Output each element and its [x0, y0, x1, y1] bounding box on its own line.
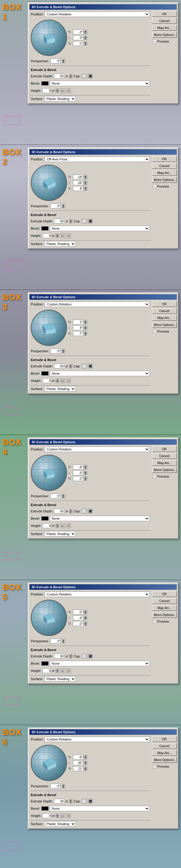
map-art-button-2[interactable]: Map Art... [152, 170, 177, 176]
ok-button-5[interactable]: OK [152, 591, 177, 597]
rot-z-down-3[interactable]: ▼ [84, 334, 87, 336]
perspective-down-1[interactable]: ▼ [62, 61, 65, 63]
rot-x-input-5[interactable] [73, 610, 83, 615]
surface-select-3[interactable]: Plastic Shading Diffuse Shading No Shadi… [44, 386, 76, 392]
height-icon-2-6[interactable]: ◳ [66, 813, 71, 818]
extrude-up-6[interactable]: ▲ [69, 799, 72, 801]
extrude-depth-input-4[interactable] [54, 509, 64, 514]
rot-x-up-2[interactable]: ▲ [84, 175, 87, 177]
height-down-4[interactable]: ▼ [56, 526, 59, 528]
rot-x-up-1[interactable]: ▲ [84, 30, 87, 32]
rot-z-input-4[interactable] [73, 476, 83, 481]
height-input-2[interactable] [42, 233, 51, 238]
rot-y-up-1[interactable]: ▲ [84, 36, 87, 38]
height-down-6[interactable]: ▼ [56, 816, 59, 818]
map-art-button-6[interactable]: Map Art... [152, 750, 177, 756]
height-down-3[interactable]: ▼ [56, 381, 59, 383]
position-select-6[interactable]: Custom Rotation Off-Axis Front Off-Axis … [45, 737, 150, 742]
rot-x-input-3[interactable] [73, 320, 83, 324]
rot-z-down-4[interactable]: ▼ [84, 478, 87, 481]
rot-z-down-5[interactable]: ▼ [84, 624, 87, 626]
rot-y-input-2[interactable] [73, 180, 83, 185]
rot-z-up-2[interactable]: ▲ [84, 186, 87, 188]
rot-z-down-1[interactable]: ▼ [84, 43, 87, 45]
position-select-3[interactable]: Custom Rotation Off-Axis Front Off-Axis … [45, 302, 150, 307]
extrude-down-6[interactable]: ▼ [69, 801, 72, 803]
sphere-preview-1[interactable] [31, 20, 67, 56]
rot-y-down-3[interactable]: ▼ [84, 328, 87, 330]
cap-icon-2-4[interactable]: ⬛ [88, 509, 93, 514]
cap-icon-2-1[interactable]: ⬛ [88, 74, 93, 79]
ok-button-6[interactable]: OK [152, 736, 177, 742]
perspective-input-2[interactable] [50, 204, 61, 209]
height-up-3[interactable]: ▲ [56, 378, 59, 381]
extrude-down-2[interactable]: ▼ [69, 221, 72, 223]
rot-x-up-3[interactable]: ▲ [84, 320, 87, 322]
bevel-select-2[interactable]: None Round Classic [50, 226, 150, 231]
height-icon-1-2[interactable]: ◱ [60, 233, 65, 238]
height-icon-2-4[interactable]: ◳ [66, 523, 71, 528]
height-icon-1-4[interactable]: ◱ [60, 523, 65, 528]
ok-button-3[interactable]: OK [152, 301, 177, 307]
rot-y-down-6[interactable]: ▼ [84, 763, 87, 765]
bevel-select-5[interactable]: None Round Classic [50, 661, 150, 666]
rot-y-down-1[interactable]: ▼ [84, 38, 87, 40]
cap-icon-1-4[interactable]: ⬜ [82, 509, 86, 514]
ok-button-2[interactable]: OK [152, 156, 177, 162]
bevel-select-1[interactable]: None Round Classic [50, 81, 150, 86]
more-options-button-5[interactable]: More Options... [152, 612, 177, 618]
position-select-5[interactable]: Custom Rotation Off-Axis Front Off-Axis … [45, 592, 150, 597]
rot-x-up-4[interactable]: ▲ [84, 465, 87, 467]
cancel-button-6[interactable]: Cancel [152, 743, 177, 749]
extrude-up-3[interactable]: ▲ [69, 364, 72, 366]
height-icon-1-5[interactable]: ◱ [60, 668, 65, 673]
rot-z-up-6[interactable]: ▲ [84, 767, 87, 769]
rot-y-input-3[interactable] [73, 326, 83, 330]
rot-y-down-2[interactable]: ▼ [84, 183, 87, 185]
height-input-5[interactable] [42, 668, 51, 673]
cancel-button-3[interactable]: Cancel [152, 308, 177, 314]
map-art-button-3[interactable]: Map Art... [152, 315, 177, 321]
more-options-button-1[interactable]: More Options... [152, 32, 177, 38]
perspective-up-2[interactable]: ▲ [62, 204, 65, 206]
cancel-button-5[interactable]: Cancel [152, 598, 177, 604]
more-options-button-3[interactable]: More Options... [152, 322, 177, 328]
rot-z-input-2[interactable] [73, 186, 83, 191]
perspective-down-3[interactable]: ▼ [62, 351, 65, 353]
ok-button-4[interactable]: OK [152, 446, 177, 452]
preview-checkbox-4[interactable]: ✓ [153, 475, 156, 478]
preview-checkbox-2[interactable]: ✓ [153, 185, 156, 188]
height-icon-2-2[interactable]: ◳ [66, 233, 71, 238]
perspective-down-4[interactable]: ▼ [62, 496, 65, 498]
sphere-preview-6[interactable] [31, 745, 67, 781]
perspective-input-1[interactable] [50, 59, 61, 63]
map-art-button-1[interactable]: Map Art... [152, 25, 177, 31]
bevel-select-3[interactable]: None Round Classic [50, 371, 150, 376]
rot-z-input-5[interactable] [73, 621, 83, 626]
map-art-button-4[interactable]: Map Art... [152, 460, 177, 466]
position-select-1[interactable]: Custom Rotation Off-Axis Front Off-Axis … [45, 11, 150, 17]
height-icon-2-5[interactable]: ◳ [66, 668, 71, 673]
sphere-preview-5[interactable] [31, 600, 67, 636]
surface-select-2[interactable]: Plastic Shading Diffuse Shading No Shadi… [44, 241, 76, 247]
rot-x-input-1[interactable] [73, 30, 83, 34]
rot-y-input-1[interactable] [73, 35, 83, 40]
rot-y-down-5[interactable]: ▼ [84, 618, 87, 620]
height-down-2[interactable]: ▼ [56, 236, 59, 238]
cancel-button-1[interactable]: Cancel [152, 18, 177, 24]
sphere-preview-3[interactable] [31, 310, 67, 346]
height-icon-1-6[interactable]: ◱ [60, 813, 65, 818]
perspective-input-4[interactable] [50, 494, 61, 498]
surface-select-4[interactable]: Plastic Shading Diffuse Shading No Shadi… [44, 531, 76, 536]
rot-z-input-1[interactable] [73, 41, 83, 46]
sphere-preview-2[interactable] [31, 165, 67, 201]
height-icon-2-3[interactable]: ◳ [66, 378, 71, 383]
cap-icon-1-5[interactable]: ⬜ [82, 654, 86, 659]
map-art-button-5[interactable]: Map Art... [152, 605, 177, 611]
height-input-4[interactable] [42, 523, 51, 528]
perspective-up-5[interactable]: ▲ [62, 639, 65, 641]
surface-select-1[interactable]: Plastic Shading Diffuse Shading No Shadi… [44, 96, 76, 101]
height-input-1[interactable] [42, 88, 51, 93]
rot-y-up-4[interactable]: ▲ [84, 471, 87, 473]
rot-y-up-3[interactable]: ▲ [84, 326, 87, 328]
